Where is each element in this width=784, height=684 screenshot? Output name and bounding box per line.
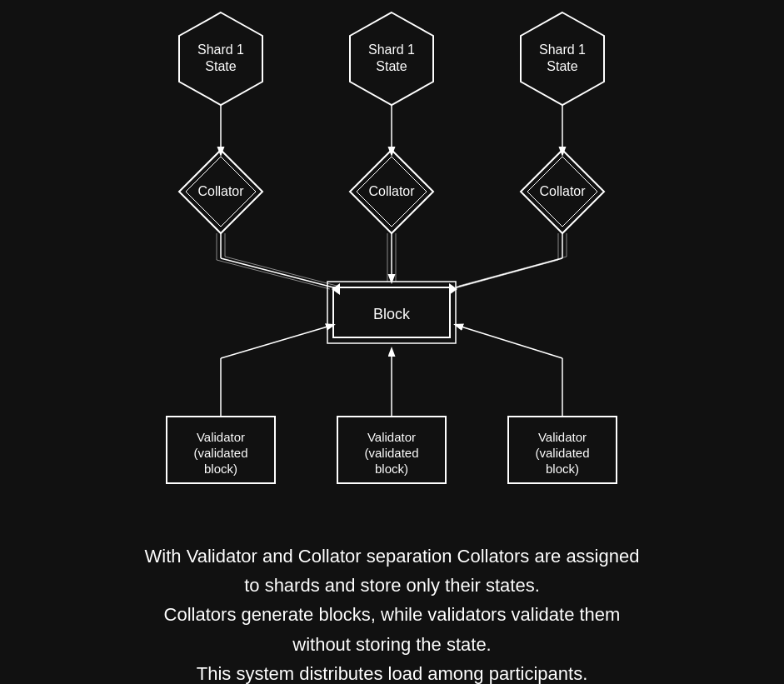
svg-text:(validated: (validated	[364, 446, 418, 460]
description-text: With Validator and Collator separation C…	[95, 525, 690, 684]
diagram-container: Shard 1 State Shard 1 State Shard 1 Stat…	[0, 0, 784, 525]
description-line3: Collators generate blocks, while validat…	[164, 604, 621, 625]
svg-text:Collator: Collator	[539, 184, 586, 198]
svg-text:Collator: Collator	[368, 184, 415, 198]
description-line5: This system distributes load among parti…	[197, 663, 588, 684]
svg-text:block): block)	[546, 462, 579, 476]
svg-text:Shard 1: Shard 1	[197, 42, 244, 57]
architecture-diagram: Shard 1 State Shard 1 State Shard 1 Stat…	[0, 0, 784, 525]
svg-text:Shard 1: Shard 1	[539, 42, 586, 57]
svg-text:Validator: Validator	[538, 430, 587, 444]
description-line4: without storing the state.	[292, 634, 491, 655]
svg-text:(validated: (validated	[193, 446, 247, 460]
description-line2: to shards and store only their states.	[244, 575, 540, 596]
svg-text:block): block)	[204, 462, 237, 476]
svg-text:(validated: (validated	[535, 446, 589, 460]
svg-text:Validator: Validator	[367, 430, 416, 444]
svg-text:State: State	[376, 59, 407, 73]
svg-text:Validator: Validator	[197, 430, 245, 444]
description-line1: With Validator and Collator separation C…	[145, 546, 640, 567]
svg-text:Block: Block	[373, 306, 411, 322]
svg-text:State: State	[547, 59, 577, 73]
svg-text:Shard 1: Shard 1	[368, 42, 415, 57]
svg-text:Collator: Collator	[197, 184, 244, 198]
svg-text:block): block)	[375, 462, 408, 476]
svg-text:State: State	[205, 59, 236, 73]
